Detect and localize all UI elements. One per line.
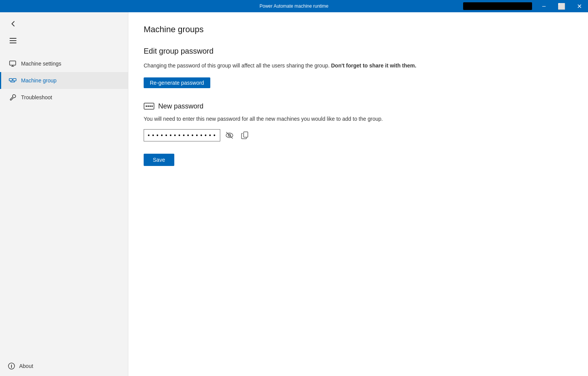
sidebar-item-troubleshoot[interactable]: Troubleshoot (0, 89, 128, 106)
sidebar-item-machine-settings-label: Machine settings (21, 61, 61, 67)
sidebar-footer-label: About (19, 363, 33, 369)
copy-password-button[interactable] (239, 129, 251, 141)
svg-point-5 (146, 105, 147, 107)
monitor-icon (9, 60, 16, 67)
close-button[interactable]: ✕ (570, 0, 588, 12)
description-normal: Changing the password of this group will… (144, 62, 329, 69)
machine-group-icon (9, 77, 16, 84)
main-content: Machine groups Edit group password Chang… (128, 12, 588, 376)
info-icon (8, 362, 15, 370)
password-dots-icon (144, 102, 154, 110)
svg-rect-0 (10, 61, 16, 65)
svg-rect-2 (13, 79, 16, 81)
toggle-password-button[interactable] (223, 129, 236, 141)
title-bar: Power Automate machine runtime – ⬜ ✕ (0, 0, 588, 12)
description: Changing the password of this group will… (144, 62, 573, 70)
new-password-section: New password You will need to enter this… (144, 102, 573, 141)
regenerate-password-button[interactable]: Re-generate password (144, 77, 210, 88)
new-password-description: You will need to enter this new password… (144, 115, 573, 123)
copy-icon (241, 131, 249, 139)
section-title: Edit group password (144, 47, 573, 56)
redacted-area (463, 2, 532, 10)
maximize-button[interactable]: ⬜ (553, 0, 570, 12)
new-password-title: New password (158, 102, 203, 110)
eye-icon (225, 131, 234, 140)
svg-rect-12 (244, 132, 248, 137)
window-controls: – ⬜ ✕ (463, 0, 588, 12)
description-bold: Don't forget to share it with them. (331, 62, 416, 69)
hamburger-button[interactable] (6, 34, 20, 48)
password-input[interactable] (144, 129, 220, 141)
sidebar-nav: Machine settings Machine group (0, 52, 128, 109)
sidebar-item-about[interactable]: About (0, 356, 128, 376)
sidebar-item-troubleshoot-label: Troubleshoot (21, 94, 52, 100)
svg-point-8 (151, 105, 153, 107)
hamburger-icon (10, 38, 16, 43)
wrench-icon (9, 94, 16, 101)
minimize-button[interactable]: – (535, 0, 553, 12)
password-field-row (144, 129, 573, 141)
sidebar: Machine settings Machine group (0, 12, 128, 376)
sidebar-top (0, 12, 128, 52)
new-password-header: New password (144, 102, 573, 110)
sidebar-item-machine-settings[interactable]: Machine settings (0, 55, 128, 72)
svg-point-6 (147, 105, 149, 107)
svg-point-7 (149, 105, 151, 107)
app-title: Power Automate machine runtime (259, 3, 328, 9)
sidebar-item-machine-group-label: Machine group (21, 77, 57, 84)
page-title: Machine groups (144, 25, 573, 34)
save-button[interactable]: Save (144, 154, 174, 166)
app-body: Machine settings Machine group (0, 12, 588, 376)
back-button[interactable] (6, 17, 20, 31)
sidebar-item-machine-group[interactable]: Machine group (0, 72, 128, 89)
svg-rect-1 (9, 79, 12, 81)
